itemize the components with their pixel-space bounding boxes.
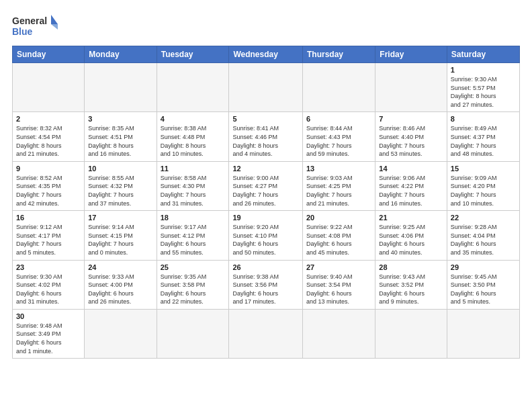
day-number: 15: [451, 165, 516, 173]
day-number: 23: [16, 263, 81, 271]
calendar-cell: 4Sunrise: 8:38 AMSunset: 4:48 PMDaylight…: [157, 112, 229, 161]
calendar-cell: [157, 309, 229, 358]
day-info: Sunrise: 8:55 AMSunset: 4:32 PMDaylight:…: [88, 174, 152, 208]
calendar-cell: 16Sunrise: 9:12 AMSunset: 4:17 PMDayligh…: [13, 211, 85, 260]
calendar-cell: 7Sunrise: 8:46 AMSunset: 4:40 PMDaylight…: [375, 112, 447, 161]
svg-marker-3: [51, 24, 58, 30]
calendar-cell: [229, 63, 303, 112]
calendar-cell: 6Sunrise: 8:44 AMSunset: 4:43 PMDaylight…: [303, 112, 375, 161]
calendar-cell: [85, 63, 157, 112]
day-info: Sunrise: 9:40 AMSunset: 3:54 PMDaylight:…: [306, 273, 371, 306]
weekday-header-sunday: Sunday: [13, 46, 85, 63]
weekday-header-wednesday: Wednesday: [229, 46, 303, 63]
logo-svg: General Blue: [12, 12, 59, 39]
day-info: Sunrise: 8:32 AMSunset: 4:54 PMDaylight:…: [16, 124, 81, 158]
calendar-cell: 21Sunrise: 9:25 AMSunset: 4:06 PMDayligh…: [375, 211, 447, 260]
day-info: Sunrise: 9:12 AMSunset: 4:17 PMDaylight:…: [16, 223, 81, 257]
week-row-3: 9Sunrise: 8:52 AMSunset: 4:35 PMDaylight…: [13, 161, 520, 210]
day-info: Sunrise: 9:17 AMSunset: 4:12 PMDaylight:…: [161, 223, 226, 257]
calendar-cell: 18Sunrise: 9:17 AMSunset: 4:12 PMDayligh…: [157, 211, 229, 260]
calendar-cell: [13, 63, 85, 112]
day-number: 2: [16, 115, 81, 123]
day-number: 5: [232, 115, 299, 123]
calendar-cell: [229, 309, 303, 358]
calendar-cell: 13Sunrise: 9:03 AMSunset: 4:25 PMDayligh…: [303, 161, 375, 210]
day-info: Sunrise: 9:00 AMSunset: 4:27 PMDaylight:…: [232, 174, 299, 208]
week-row-6: 30Sunrise: 9:48 AMSunset: 3:49 PMDayligh…: [13, 309, 520, 358]
calendar-cell: [157, 63, 229, 112]
day-info: Sunrise: 8:58 AMSunset: 4:30 PMDaylight:…: [161, 174, 226, 208]
day-number: 6: [306, 115, 371, 123]
day-info: Sunrise: 9:35 AMSunset: 3:58 PMDaylight:…: [161, 273, 226, 306]
calendar-cell: 30Sunrise: 9:48 AMSunset: 3:49 PMDayligh…: [13, 309, 85, 358]
day-info: Sunrise: 9:20 AMSunset: 4:10 PMDaylight:…: [232, 223, 299, 257]
weekday-header-monday: Monday: [85, 46, 157, 63]
day-number: 30: [16, 312, 81, 320]
day-number: 3: [88, 115, 152, 123]
calendar-cell: [447, 309, 519, 358]
calendar-cell: 12Sunrise: 9:00 AMSunset: 4:27 PMDayligh…: [229, 161, 303, 210]
calendar-cell: 14Sunrise: 9:06 AMSunset: 4:22 PMDayligh…: [375, 161, 447, 210]
day-info: Sunrise: 8:35 AMSunset: 4:51 PMDaylight:…: [88, 124, 152, 158]
calendar-cell: [85, 309, 157, 358]
day-number: 25: [161, 263, 226, 271]
day-info: Sunrise: 9:09 AMSunset: 4:20 PMDaylight:…: [451, 174, 516, 208]
page-header: General Blue: [12, 12, 520, 39]
week-row-2: 2Sunrise: 8:32 AMSunset: 4:54 PMDaylight…: [13, 112, 520, 161]
day-number: 8: [451, 115, 516, 123]
day-info: Sunrise: 9:45 AMSunset: 3:50 PMDaylight:…: [451, 273, 516, 306]
day-info: Sunrise: 8:44 AMSunset: 4:43 PMDaylight:…: [306, 124, 371, 158]
calendar-cell: 28Sunrise: 9:43 AMSunset: 3:52 PMDayligh…: [375, 260, 447, 309]
day-number: 1: [451, 66, 516, 74]
day-number: 28: [379, 263, 443, 271]
day-number: 29: [451, 263, 516, 271]
day-number: 20: [306, 214, 371, 222]
day-number: 17: [88, 214, 152, 222]
day-info: Sunrise: 8:38 AMSunset: 4:48 PMDaylight:…: [161, 124, 226, 158]
day-number: 7: [379, 115, 443, 123]
day-number: 9: [16, 165, 81, 173]
calendar-cell: 25Sunrise: 9:35 AMSunset: 3:58 PMDayligh…: [157, 260, 229, 309]
calendar-cell: 8Sunrise: 8:49 AMSunset: 4:37 PMDaylight…: [447, 112, 519, 161]
calendar-cell: 27Sunrise: 9:40 AMSunset: 3:54 PMDayligh…: [303, 260, 375, 309]
day-info: Sunrise: 9:33 AMSunset: 4:00 PMDaylight:…: [88, 273, 152, 306]
calendar-cell: 9Sunrise: 8:52 AMSunset: 4:35 PMDaylight…: [13, 161, 85, 210]
day-info: Sunrise: 9:14 AMSunset: 4:15 PMDaylight:…: [88, 223, 152, 257]
calendar-cell: 22Sunrise: 9:28 AMSunset: 4:04 PMDayligh…: [447, 211, 519, 260]
weekday-header-thursday: Thursday: [303, 46, 375, 63]
day-info: Sunrise: 9:43 AMSunset: 3:52 PMDaylight:…: [379, 273, 443, 306]
calendar-cell: [375, 309, 447, 358]
calendar-cell: 26Sunrise: 9:38 AMSunset: 3:56 PMDayligh…: [229, 260, 303, 309]
day-number: 14: [379, 165, 443, 173]
svg-text:General: General: [12, 15, 47, 26]
day-info: Sunrise: 9:06 AMSunset: 4:22 PMDaylight:…: [379, 174, 443, 208]
day-number: 27: [306, 263, 371, 271]
day-info: Sunrise: 9:03 AMSunset: 4:25 PMDaylight:…: [306, 174, 371, 208]
day-info: Sunrise: 8:49 AMSunset: 4:37 PMDaylight:…: [451, 124, 516, 158]
day-info: Sunrise: 9:48 AMSunset: 3:49 PMDaylight:…: [16, 322, 81, 355]
day-number: 4: [161, 115, 226, 123]
calendar-cell: 5Sunrise: 8:41 AMSunset: 4:46 PMDaylight…: [229, 112, 303, 161]
weekday-header-tuesday: Tuesday: [157, 46, 229, 63]
day-number: 12: [232, 165, 299, 173]
weekday-header-row: SundayMondayTuesdayWednesdayThursdayFrid…: [13, 46, 520, 63]
calendar-cell: 2Sunrise: 8:32 AMSunset: 4:54 PMDaylight…: [13, 112, 85, 161]
weekday-header-saturday: Saturday: [447, 46, 519, 63]
week-row-1: 1Sunrise: 9:30 AMSunset: 5:57 PMDaylight…: [13, 63, 520, 112]
calendar-cell: 10Sunrise: 8:55 AMSunset: 4:32 PMDayligh…: [85, 161, 157, 210]
week-row-5: 23Sunrise: 9:30 AMSunset: 4:02 PMDayligh…: [13, 260, 520, 309]
calendar-cell: [375, 63, 447, 112]
day-info: Sunrise: 9:38 AMSunset: 3:56 PMDaylight:…: [232, 273, 299, 306]
calendar-cell: 24Sunrise: 9:33 AMSunset: 4:00 PMDayligh…: [85, 260, 157, 309]
calendar-cell: 17Sunrise: 9:14 AMSunset: 4:15 PMDayligh…: [85, 211, 157, 260]
day-number: 24: [88, 263, 152, 271]
day-info: Sunrise: 9:22 AMSunset: 4:08 PMDaylight:…: [306, 223, 371, 257]
calendar-cell: 3Sunrise: 8:35 AMSunset: 4:51 PMDaylight…: [85, 112, 157, 161]
calendar-cell: 20Sunrise: 9:22 AMSunset: 4:08 PMDayligh…: [303, 211, 375, 260]
calendar-cell: [303, 309, 375, 358]
calendar-cell: 1Sunrise: 9:30 AMSunset: 5:57 PMDaylight…: [447, 63, 519, 112]
svg-text:Blue: Blue: [12, 26, 33, 37]
day-info: Sunrise: 9:25 AMSunset: 4:06 PMDaylight:…: [379, 223, 443, 257]
calendar-cell: [303, 63, 375, 112]
logo: General Blue: [12, 12, 59, 39]
